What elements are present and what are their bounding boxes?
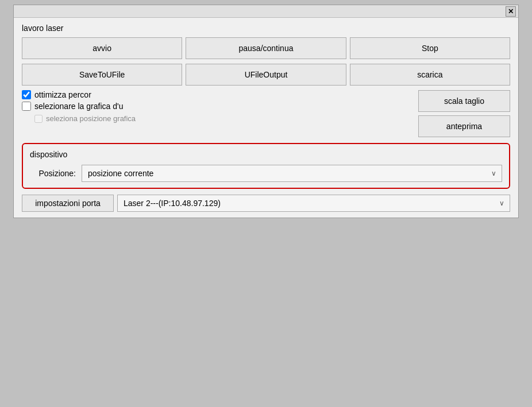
port-select[interactable]: Laser 2---(IP:10.48.97.129) Laser 1 COM1… (117, 195, 510, 212)
seleziona-posizione-checkbox[interactable] (34, 115, 43, 123)
main-window: ✕ lavoro laser avvio pausa/continua Stop… (13, 5, 519, 218)
selezionare-row: selezionare la grafica d'u (22, 102, 418, 111)
scala-taglio-button[interactable]: scala taglio (418, 90, 510, 112)
device-title: dispositivo (30, 150, 502, 159)
position-row: Posizione: posizione corrente posizione … (30, 165, 502, 182)
stop-button[interactable]: Stop (350, 37, 510, 59)
position-select-wrapper: posizione corrente posizione assoluta po… (82, 165, 502, 182)
laser-section-title: lavoro laser (22, 24, 510, 33)
port-row: impostazioni porta Laser 2---(IP:10.48.9… (22, 195, 510, 212)
port-select-wrapper: Laser 2---(IP:10.48.97.129) Laser 1 COM1… (117, 195, 510, 212)
avvio-button[interactable]: avvio (22, 37, 182, 59)
position-select[interactable]: posizione corrente posizione assoluta po… (82, 165, 502, 182)
button-row-2: SaveToUFile UFileOutput scarica (22, 64, 510, 86)
save-to-ufile-button[interactable]: SaveToUFile (22, 64, 182, 86)
ottimizza-checkbox[interactable] (22, 90, 31, 99)
sub-checkbox-row: seleziona posizione grafica (34, 114, 418, 123)
position-label: Posizione: (30, 169, 76, 178)
selezionare-checkbox[interactable] (22, 102, 31, 111)
button-row-1: avvio pausa/continua Stop (22, 37, 510, 59)
title-bar: ✕ (14, 5, 518, 18)
anteprima-button[interactable]: anteprima (418, 115, 510, 137)
options-area: ottimizza percor selezionare la grafica … (22, 90, 510, 137)
ufile-output-button[interactable]: UFileOutput (186, 64, 346, 86)
content-area: lavoro laser avvio pausa/continua Stop S… (14, 18, 518, 218)
scarica-button[interactable]: scarica (350, 64, 510, 86)
selezionare-label: selezionare la grafica d'u (34, 102, 123, 111)
impostazioni-porta-button[interactable]: impostazioni porta (22, 195, 114, 212)
pausa-continua-button[interactable]: pausa/continua (186, 37, 346, 59)
seleziona-posizione-label: seleziona posizione grafica (46, 114, 136, 123)
device-section: dispositivo Posizione: posizione corrent… (22, 143, 510, 189)
close-button[interactable]: ✕ (506, 6, 516, 17)
checkboxes-left: ottimizza percor selezionare la grafica … (22, 90, 418, 123)
buttons-right: scala taglio anteprima (418, 90, 510, 137)
ottimizza-row: ottimizza percor (22, 90, 418, 99)
ottimizza-label: ottimizza percor (34, 90, 91, 99)
